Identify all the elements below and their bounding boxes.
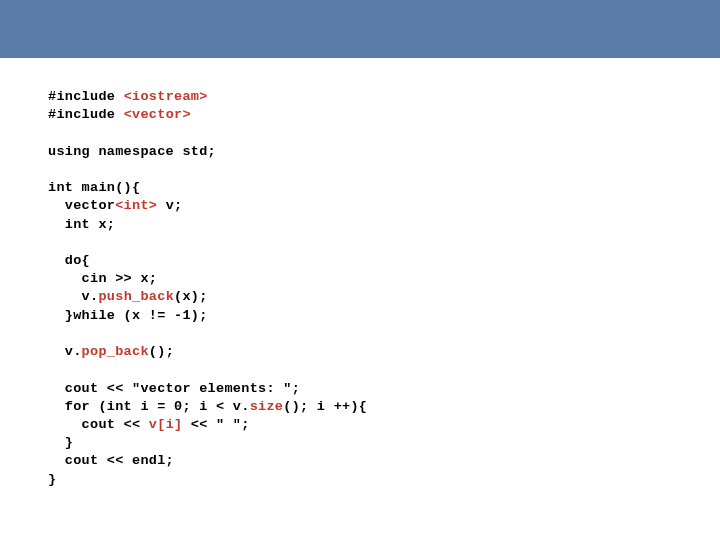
code-text: cout << "vector elements: "; xyxy=(48,381,300,396)
code-text: int x; xyxy=(48,217,115,232)
code-text: cout << endl; xyxy=(48,453,174,468)
code-text: } xyxy=(48,435,73,450)
code-line-brace-close: } xyxy=(48,434,720,452)
code-text: vector xyxy=(48,198,115,213)
code-text: using namespace std; xyxy=(48,144,216,159)
code-line-include-iostream: #include <iostream> xyxy=(48,88,720,106)
code-line-popback: v.pop_back(); xyxy=(48,343,720,361)
code-blank-line xyxy=(48,161,720,179)
code-text: int main(){ xyxy=(48,180,140,195)
code-highlight: push_back xyxy=(98,289,174,304)
code-line-cout-label: cout << "vector elements: "; xyxy=(48,380,720,398)
code-line-vector-decl: vector<int> v; xyxy=(48,197,720,215)
code-text: v. xyxy=(48,344,82,359)
code-line-using: using namespace std; xyxy=(48,143,720,161)
code-line-main-close: } xyxy=(48,471,720,489)
code-highlight: <vector> xyxy=(124,107,191,122)
code-blank-line xyxy=(48,325,720,343)
code-text: v. xyxy=(48,289,98,304)
code-line-do: do{ xyxy=(48,252,720,270)
code-line-for: for (int i = 0; i < v.size(); i ++){ xyxy=(48,398,720,416)
code-text: v; xyxy=(157,198,182,213)
code-text: } xyxy=(48,472,56,487)
code-text: (); i ++){ xyxy=(283,399,367,414)
code-text: cin >> x; xyxy=(48,271,157,286)
code-highlight: <int> xyxy=(115,198,157,213)
code-text: for (int i = 0; i < v. xyxy=(48,399,250,414)
code-blank-line xyxy=(48,124,720,142)
code-blank-line xyxy=(48,234,720,252)
code-text: (); xyxy=(149,344,174,359)
code-line-while: }while (x != -1); xyxy=(48,307,720,325)
code-text: cout << xyxy=(48,417,149,432)
code-text: }while (x != -1); xyxy=(48,308,208,323)
code-text: << " "; xyxy=(182,417,249,432)
code-highlight: <iostream> xyxy=(124,89,208,104)
code-highlight: size xyxy=(250,399,284,414)
code-line-pushback: v.push_back(x); xyxy=(48,288,720,306)
slide-header-bar xyxy=(0,0,720,58)
code-line-cout-endl: cout << endl; xyxy=(48,452,720,470)
code-line-main: int main(){ xyxy=(48,179,720,197)
code-line-int-x: int x; xyxy=(48,216,720,234)
code-line-cin: cin >> x; xyxy=(48,270,720,288)
code-block: #include <iostream> #include <vector> us… xyxy=(0,58,720,489)
code-text: (x); xyxy=(174,289,208,304)
code-text: #include xyxy=(48,89,124,104)
code-line-include-vector: #include <vector> xyxy=(48,106,720,124)
code-highlight: v[i] xyxy=(149,417,183,432)
code-text: #include xyxy=(48,107,124,122)
code-text: do{ xyxy=(48,253,90,268)
code-blank-line xyxy=(48,361,720,379)
code-highlight: pop_back xyxy=(82,344,149,359)
code-line-cout-element: cout << v[i] << " "; xyxy=(48,416,720,434)
